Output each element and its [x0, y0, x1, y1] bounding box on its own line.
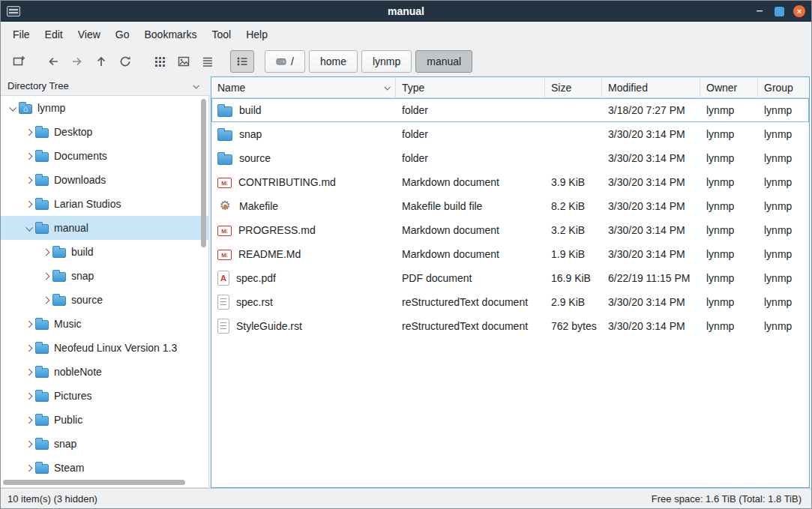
cell-owner: lynmp — [700, 296, 758, 308]
menu-view[interactable]: View — [70, 24, 108, 45]
path-segment-manual[interactable]: manual — [415, 50, 472, 73]
expander-open-icon[interactable] — [6, 106, 19, 111]
menu-edit[interactable]: Edit — [37, 24, 70, 45]
tree-item-snap[interactable]: snap — [1, 432, 208, 456]
table-row-makefile[interactable]: ⚙ Makefile Makefile build file 8.2 KiB 3… — [211, 194, 809, 218]
expander-closed-icon[interactable] — [22, 130, 35, 135]
reload-button[interactable] — [113, 50, 137, 73]
menu-bookmarks[interactable]: Bookmarks — [136, 24, 204, 45]
forward-button[interactable] — [65, 50, 89, 73]
file-name: README.Md — [238, 248, 301, 260]
table-row-spec-pdf[interactable]: spec.pdf PDF document 16.9 KiB 6/22/19 1… — [211, 266, 809, 290]
expander-closed-icon[interactable] — [22, 442, 35, 447]
tree-item-label: build — [71, 246, 94, 258]
table-row-contributing[interactable]: CONTRIBUTING.md Markdown document 3.9 Ki… — [211, 170, 809, 194]
cell-group: lynmp — [758, 152, 809, 164]
tree-item-steam[interactable]: Steam — [1, 456, 208, 480]
table-row-snap[interactable]: snap folder 3/30/20 3:14 PM lynmp lynmp — [211, 122, 809, 146]
back-button[interactable] — [41, 50, 65, 73]
sidebar-horizontal-scrollbar[interactable] — [3, 480, 185, 485]
menu-file[interactable]: File — [5, 24, 37, 45]
table-row-styleguide[interactable]: StyleGuide.rst reStructuredText document… — [211, 314, 809, 338]
icon-view-button[interactable] — [148, 50, 172, 73]
thumbnail-view-button[interactable] — [172, 50, 196, 73]
column-header-owner[interactable]: Owner — [700, 77, 758, 97]
maximize-button[interactable] — [775, 7, 784, 16]
cell-group: lynmp — [758, 224, 809, 236]
path-root-button[interactable]: / — [265, 50, 305, 73]
expander-closed-icon[interactable] — [22, 202, 35, 207]
column-header-type[interactable]: Type — [396, 77, 545, 97]
folder-icon — [52, 296, 66, 306]
expander-closed-icon[interactable] — [22, 394, 35, 399]
menu-go[interactable]: Go — [108, 24, 137, 45]
up-arrow-icon — [94, 55, 108, 68]
markdown-icon — [217, 178, 232, 188]
new-tab-button[interactable] — [7, 50, 31, 73]
minimize-button[interactable]: − — [754, 7, 766, 16]
expander-closed-icon[interactable] — [40, 274, 52, 279]
tree-item-noblenote[interactable]: nobleNote — [1, 360, 208, 384]
column-header-size[interactable]: Size — [545, 77, 602, 97]
table-row-progress[interactable]: PROGRESS.md Markdown document 3.2 KiB 3/… — [211, 218, 809, 242]
expander-closed-icon[interactable] — [22, 322, 35, 327]
path-segment-lynmp[interactable]: lynmp — [361, 50, 412, 73]
column-header-modified[interactable]: Modified — [602, 77, 700, 97]
cell-name: build — [211, 104, 396, 117]
tree-item-build[interactable]: build — [1, 240, 208, 264]
cell-type: Markdown document — [396, 248, 545, 260]
expander-closed-icon[interactable] — [22, 178, 35, 183]
file-name: snap — [239, 128, 262, 140]
expander-open-icon[interactable] — [22, 226, 35, 231]
path-segment-home[interactable]: home — [309, 50, 358, 73]
expander-closed-icon[interactable] — [22, 466, 35, 471]
cell-group: lynmp — [758, 104, 809, 116]
detailed-list-view-button[interactable] — [230, 50, 254, 73]
tree-item-music[interactable]: Music — [1, 312, 208, 336]
table-header: Name Type Size Modified Owner Group — [211, 77, 809, 98]
table-row-source[interactable]: source folder 3/30/20 3:14 PM lynmp lynm… — [211, 146, 809, 170]
tree-item-source[interactable]: source — [1, 288, 208, 312]
detailed-list-view-icon — [235, 55, 249, 68]
expander-closed-icon[interactable] — [40, 250, 52, 255]
tree-item-lynmp[interactable]: lynmp — [1, 96, 208, 120]
tree-item-neofeud[interactable]: Neofeud Linux Version 1.3 — [1, 336, 208, 360]
status-free-space-text: Free space: 1.6 TiB (Total: 1.8 TiB) — [652, 493, 805, 505]
expander-closed-icon[interactable] — [22, 154, 35, 159]
tree-item-label: Steam — [54, 462, 84, 474]
up-button[interactable] — [89, 50, 113, 73]
chevron-down-icon[interactable] — [193, 82, 199, 88]
table-row-readme[interactable]: README.Md Markdown document 1.9 KiB 3/30… — [211, 242, 809, 266]
menu-tool[interactable]: Tool — [205, 24, 239, 45]
directory-tree-header[interactable]: Directory Tree — [1, 76, 209, 95]
tree-item-desktop[interactable]: Desktop — [1, 120, 208, 144]
tree-item-label: nobleNote — [54, 366, 102, 378]
expander-closed-icon[interactable] — [22, 370, 35, 375]
expander-closed-icon[interactable] — [22, 418, 35, 423]
menu-help[interactable]: Help — [238, 24, 275, 45]
compact-view-button[interactable] — [196, 50, 220, 73]
expander-closed-icon[interactable] — [22, 346, 35, 351]
close-button[interactable]: × — [793, 5, 805, 17]
folder-icon — [217, 130, 232, 141]
tree-item-manual[interactable]: manual — [1, 216, 208, 240]
tree-item-documents[interactable]: Documents — [1, 144, 208, 168]
column-header-group[interactable]: Group — [758, 77, 809, 97]
file-name: source — [239, 152, 271, 164]
file-name: StyleGuide.rst — [236, 320, 302, 332]
cell-modified: 3/30/20 3:14 PM — [602, 128, 700, 140]
window-controls: − × — [754, 5, 805, 17]
table-row-build[interactable]: build folder 3/18/20 7:27 PM lynmp lynmp — [211, 98, 809, 122]
expander-closed-icon[interactable] — [40, 298, 52, 303]
column-header-name[interactable]: Name — [211, 77, 396, 97]
tree-item-larian-studios[interactable]: Larian Studios — [1, 192, 208, 216]
icon-view-icon — [153, 55, 166, 68]
tree-item-pictures[interactable]: Pictures — [1, 384, 208, 408]
table-row-spec-rst[interactable]: spec.rst reStructuredText document 2.9 K… — [211, 290, 809, 314]
tree-item-downloads[interactable]: Downloads — [1, 168, 208, 192]
tree-item-label: Larian Studios — [54, 198, 121, 210]
tree-item-label: Desktop — [54, 126, 92, 138]
tree-item-snap-sub[interactable]: snap — [1, 264, 208, 288]
sidebar-vertical-scrollbar[interactable] — [201, 99, 206, 247]
tree-item-public[interactable]: Public — [1, 408, 208, 432]
